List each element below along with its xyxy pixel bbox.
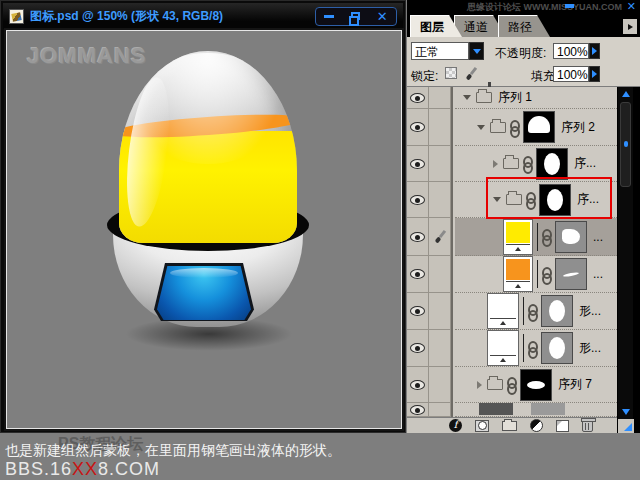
link-cell[interactable] [429, 293, 451, 329]
tutorial-caption: 也是新建组然后蒙板，在里面用钢笔画出液体的形状。 [5, 442, 341, 460]
fill-input[interactable]: 100% [553, 66, 589, 82]
folder-icon [487, 379, 503, 390]
mask-thumbnail[interactable] [555, 258, 587, 290]
layer-row-selected-yellow-fill[interactable]: ... [455, 218, 617, 256]
restore-icon[interactable] [351, 12, 360, 20]
eye-icon[interactable] [407, 182, 429, 217]
link-icon [523, 156, 531, 171]
layer-row-shape1[interactable]: 形... [455, 293, 617, 330]
link-cell[interactable] [429, 146, 451, 181]
opacity-slider-button[interactable] [589, 43, 600, 59]
mask-thumbnail[interactable] [539, 184, 571, 216]
layer-row-group-highlighted[interactable]: 序... [455, 182, 617, 218]
layer-name[interactable]: 序... [574, 155, 596, 172]
layer-row-partial[interactable] [455, 403, 617, 417]
new-layer-icon[interactable] [556, 420, 569, 432]
link-cell[interactable] [429, 109, 451, 145]
thumb-divider [537, 223, 538, 251]
folder-icon [503, 158, 519, 169]
chevron-right-icon [592, 70, 597, 78]
palette-tabbar: 图层 通道 路径 [407, 13, 640, 37]
layer-row-group2[interactable]: 序列 2 [455, 109, 617, 146]
blend-mode-dropdown-button[interactable] [469, 42, 484, 60]
link-cell[interactable] [429, 87, 451, 108]
layer-name[interactable]: 序列 1 [498, 89, 532, 106]
psd-file-icon [9, 9, 24, 24]
link-cell[interactable] [429, 256, 451, 292]
close-icon[interactable]: ✕ [377, 10, 388, 23]
link-cell[interactable] [429, 403, 451, 416]
collapse-arrow-icon[interactable] [493, 160, 498, 168]
brush-icon[interactable] [429, 218, 451, 255]
layer-name[interactable]: 形... [579, 340, 601, 357]
minimize-icon[interactable] [324, 15, 334, 18]
mask-thumbnail[interactable] [523, 111, 555, 143]
layer-row-shape2[interactable]: 形... [455, 330, 617, 367]
expand-arrow-icon[interactable] [477, 125, 485, 130]
layer-row-group1[interactable]: 序列 1 [455, 87, 617, 109]
delete-layer-icon[interactable] [582, 420, 593, 432]
eye-icon[interactable] [407, 146, 429, 181]
layer-name[interactable]: 形... [579, 303, 601, 320]
mask-thumbnail[interactable] [536, 148, 568, 180]
resize-corner[interactable] [618, 419, 634, 433]
mask-thumbnail[interactable] [520, 369, 552, 401]
opacity-input[interactable]: 100% [553, 43, 589, 59]
lock-transparency-icon[interactable] [445, 67, 457, 79]
scroll-thumb[interactable] [620, 102, 631, 187]
layer-style-icon[interactable]: f [449, 419, 462, 432]
scroll-up-icon[interactable] [622, 91, 630, 97]
url-prefix: BBS.16 [5, 459, 72, 479]
shape-fill-thumbnail[interactable] [487, 293, 519, 329]
eye-icon[interactable] [407, 218, 429, 255]
palette-close-icon[interactable]: ✕ [627, 0, 636, 13]
layer-name[interactable]: ... [593, 267, 603, 281]
layer-name[interactable]: 序列 7 [558, 376, 592, 393]
eye-icon[interactable] [407, 87, 429, 108]
canvas[interactable]: JOMMANS [6, 30, 402, 429]
link-cell[interactable] [429, 330, 451, 366]
vector-mask-thumbnail[interactable] [541, 332, 573, 364]
url-suffix: 8.COM [98, 459, 160, 479]
eye-icon[interactable] [407, 109, 429, 145]
color-fill-thumbnail[interactable] [503, 256, 533, 292]
layer-scrollbar[interactable] [617, 87, 633, 433]
layer-row-group-collapsed[interactable]: 序... [455, 146, 617, 182]
layer-name[interactable]: 序列 2 [561, 119, 595, 136]
link-icon [526, 192, 534, 207]
thumb-divider [523, 334, 524, 362]
scroll-down-icon[interactable] [622, 409, 630, 415]
lock-paint-icon[interactable] [464, 67, 478, 81]
tab-paths[interactable]: 路径 [498, 15, 550, 37]
canvas-watermark: JOMMANS [27, 43, 146, 69]
document-title: 图标.psd @ 150% (形状 43, RGB/8) [30, 8, 223, 25]
mask-thumbnail[interactable] [555, 221, 587, 253]
document-titlebar[interactable]: 图标.psd @ 150% (形状 43, RGB/8) ✕ [3, 3, 403, 29]
link-cell[interactable] [429, 182, 451, 217]
add-mask-icon[interactable] [475, 420, 489, 432]
blend-mode-select[interactable]: 正常 [411, 42, 469, 60]
fill-slider-button[interactable] [589, 66, 600, 82]
eye-icon[interactable] [407, 256, 429, 292]
palette-menu-button[interactable] [623, 19, 637, 34]
shape-fill-thumbnail[interactable] [487, 330, 519, 366]
vector-mask-thumbnail[interactable] [541, 295, 573, 327]
eye-icon[interactable] [407, 330, 429, 366]
eye-icon[interactable] [407, 403, 429, 416]
expand-arrow-icon[interactable] [463, 95, 471, 100]
layer-row-group7[interactable]: 序列 7 [455, 367, 617, 403]
new-group-icon[interactable] [502, 421, 517, 431]
palette-minimize-icon[interactable] [565, 4, 574, 8]
eye-icon[interactable] [407, 367, 429, 402]
adjustment-layer-icon[interactable] [530, 419, 543, 432]
layer-row-orange-fill[interactable]: ... [455, 256, 617, 293]
window-controls: ✕ [315, 7, 397, 26]
collapse-arrow-icon[interactable] [477, 381, 482, 389]
layer-name[interactable]: ... [593, 230, 603, 244]
folder-icon [506, 194, 522, 205]
layer-name[interactable]: 序... [577, 191, 599, 208]
color-fill-thumbnail[interactable] [503, 219, 533, 255]
expand-arrow-icon[interactable] [493, 197, 501, 202]
eye-icon[interactable] [407, 293, 429, 329]
link-cell[interactable] [429, 367, 451, 402]
